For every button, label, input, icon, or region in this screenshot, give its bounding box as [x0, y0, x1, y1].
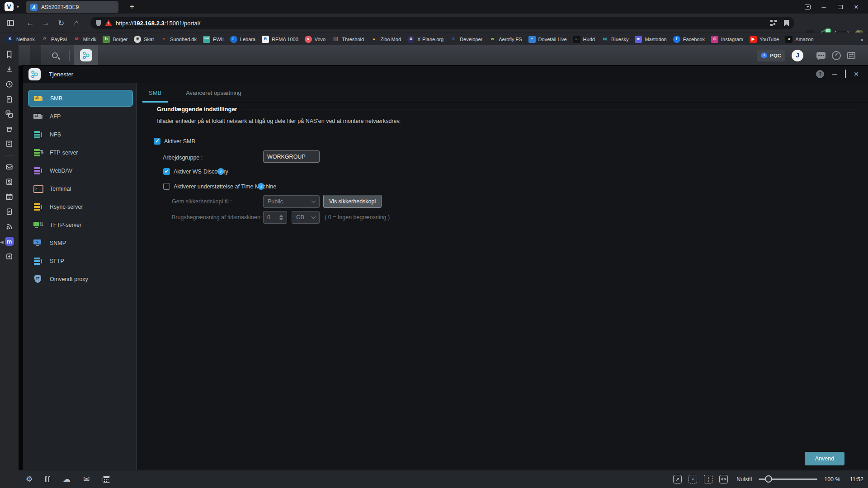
usage-limit-unit-select[interactable]: GB — [292, 211, 320, 224]
screen-capture-icon[interactable]: • — [689, 475, 697, 483]
content-tab[interactable]: SMB — [142, 83, 168, 103]
history-panel-icon[interactable] — [5, 80, 14, 89]
vivaldi-menu-button[interactable]: V ▼ — [5, 2, 20, 11]
minimize-button[interactable]: ─ — [816, 0, 832, 14]
bookmark-item[interactable]: R REMA 1000 — [262, 36, 298, 43]
tasks-panel-icon[interactable] — [5, 207, 14, 216]
side-panel-toggle-button[interactable] — [3, 15, 18, 31]
bookmark-item[interactable]: L Lebara — [230, 36, 255, 43]
qr-code-icon[interactable] — [770, 20, 777, 26]
window-minimize-button[interactable]: ─ — [830, 70, 839, 78]
settings-gear-icon[interactable]: ⚙ — [26, 475, 33, 483]
sidebar-item[interactable]: FTP-server — [28, 144, 133, 161]
add-web-panel-icon[interactable] — [5, 252, 14, 261]
bookmark-item[interactable]: v Vovo — [305, 36, 326, 43]
volume-slider[interactable] — [759, 479, 817, 480]
bookmark-item[interactable]: S Netbank — [6, 36, 35, 43]
backup-dest-select[interactable]: Public — [263, 195, 320, 208]
sidebar-item[interactable]: WebDAV — [28, 162, 133, 179]
pqc-badge[interactable]: * PQC — [757, 50, 785, 61]
home-button[interactable]: ⌂ — [69, 15, 84, 31]
pause-icon[interactable] — [45, 476, 50, 482]
bookmark-item[interactable]: a Amazon — [785, 36, 813, 43]
bookmark-flag-icon[interactable] — [784, 20, 789, 26]
sidebar-item[interactable]: NFS — [28, 126, 133, 143]
user-avatar[interactable]: J — [792, 50, 803, 61]
enable-smb-checkbox[interactable] — [154, 138, 160, 145]
system-monitor-gauge-icon[interactable] — [832, 51, 841, 60]
forward-button[interactable]: → — [38, 15, 53, 31]
help-button[interactable]: ? — [816, 70, 824, 78]
panel-collapse-arrow[interactable]: ◀ — [0, 239, 4, 244]
bookmark-item[interactable]: w Aerofly FS — [489, 36, 522, 43]
sidebar-item[interactable]: AFP — [28, 108, 133, 125]
sidebar-item[interactable]: SNMP — [28, 235, 133, 251]
maximize-button[interactable] — [832, 0, 848, 14]
bookmark-item[interactable]: P PayPal — [41, 36, 67, 43]
bookmark-item[interactable]: ♛ Skat — [134, 36, 154, 43]
bookmark-item[interactable]: |||| Threshold — [332, 36, 364, 43]
sidebar-item[interactable]: Rsync-server — [28, 198, 133, 215]
resize-icon[interactable]: ↗ — [673, 475, 682, 483]
bookmark-item[interactable]: ⊙ Instagram — [711, 36, 743, 43]
ws-discovery-info-icon[interactable] — [217, 168, 224, 175]
cloud-icon[interactable]: ☁ — [63, 475, 71, 483]
bookmark-item[interactable]: m Mastodon — [635, 36, 666, 43]
window-restore-button[interactable] — [845, 70, 846, 78]
bookmarks-overflow-button[interactable]: » — [860, 33, 863, 46]
bookmark-item[interactable]: EWII EWII — [203, 36, 224, 43]
reading-list-panel-icon[interactable] — [5, 139, 14, 148]
sidebar-item[interactable]: SFTP — [28, 253, 133, 269]
preferences-sliders-icon[interactable] — [847, 52, 855, 59]
window-menu-icon[interactable] — [799, 0, 816, 14]
time-machine-info-icon[interactable] — [258, 183, 264, 190]
address-bar[interactable]: https://192.168.2.3:15001/portal/ — [90, 17, 794, 29]
active-app-tile-services[interactable] — [74, 45, 98, 66]
bookmark-item[interactable]: ▲ Zibo Mod — [370, 36, 401, 43]
workgroup-input[interactable] — [263, 150, 320, 163]
insecure-warning-icon[interactable] — [105, 20, 112, 26]
sidebar-item[interactable]: Omvendt proxy — [28, 271, 133, 287]
slider-knob[interactable] — [765, 475, 772, 483]
downloads-panel-icon[interactable] — [5, 65, 14, 74]
usage-limit-stepper[interactable]: 0 — [263, 211, 287, 224]
bookmark-item[interactable]: ♥ Sundhed.dk — [160, 36, 197, 43]
calendar-icon[interactable] — [103, 476, 110, 483]
close-button[interactable]: ✕ — [848, 0, 864, 14]
bookmark-item[interactable]: X Developer — [450, 36, 482, 43]
split-view-icon[interactable]: ¦ — [704, 475, 712, 483]
sidebar-item[interactable]: SMB — [28, 90, 133, 107]
notifications-chat-icon[interactable] — [816, 52, 826, 59]
bookmark-item[interactable]: ✕ X-Plane.org — [407, 36, 443, 43]
translate-panel-icon[interactable]: A — [5, 109, 14, 118]
portal-search-button[interactable] — [47, 45, 63, 66]
time-machine-checkbox[interactable] — [163, 183, 170, 190]
contacts-panel-icon[interactable] — [5, 177, 14, 186]
bookmark-item[interactable]: ⋯ Hudd — [573, 36, 595, 43]
new-tab-button[interactable]: + — [126, 0, 138, 14]
browser-tab[interactable]: A AS5202T-6DE9 — [26, 1, 118, 13]
sessions-panel-icon[interactable] — [5, 124, 14, 133]
shield-icon[interactable] — [96, 20, 101, 26]
mastodon-web-panel-icon[interactable]: m — [5, 237, 14, 246]
bookmark-item[interactable]: ▶ YouTube — [750, 36, 779, 43]
content-tab[interactable]: Avanceret opsætning — [179, 83, 248, 103]
reset-label[interactable]: Nulstil — [736, 476, 752, 483]
ws-discovery-checkbox[interactable] — [163, 168, 170, 175]
feeds-panel-icon[interactable] — [5, 222, 14, 231]
bookmark-item[interactable]: dt Dovetail Live — [528, 36, 567, 43]
window-title-bar[interactable]: Tjenester ? ─ ✕ — [23, 66, 868, 83]
bookmark-item[interactable]: b Borger — [103, 36, 127, 43]
back-button[interactable]: ← — [23, 15, 38, 31]
apply-button[interactable]: Anvend — [805, 452, 844, 465]
bookmark-item[interactable]: M Mit.dk — [73, 36, 96, 43]
window-close-button[interactable]: ✕ — [852, 70, 860, 78]
code-view-icon[interactable]: <> — [719, 475, 728, 483]
show-backup-button[interactable]: Vis sikkerhedskopi — [323, 195, 382, 208]
bookmarks-panel-icon[interactable] — [5, 50, 14, 59]
mail-panel-icon[interactable] — [5, 162, 14, 171]
notes-panel-icon[interactable] — [5, 94, 14, 103]
reload-button[interactable]: ↻ — [53, 15, 69, 31]
bookmark-item[interactable]: f Facebook — [673, 36, 705, 43]
sidebar-item[interactable]: TFTP-server — [28, 216, 133, 233]
